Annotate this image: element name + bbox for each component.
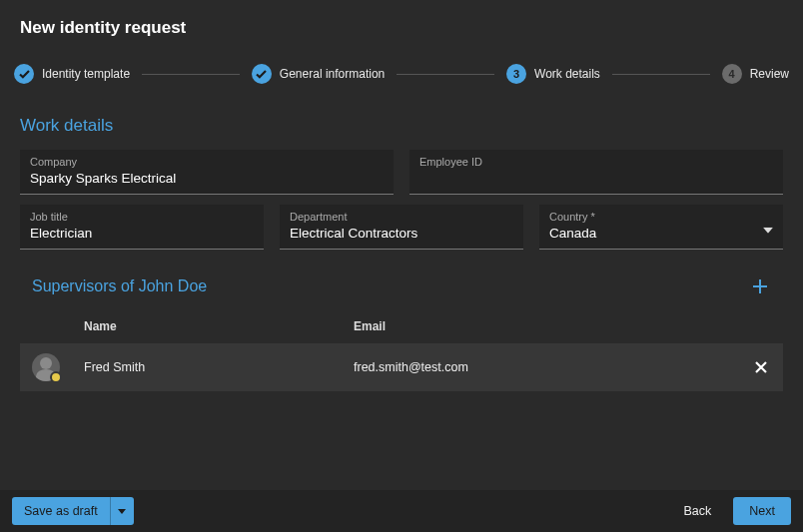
back-button[interactable]: Back <box>670 497 726 525</box>
step-number-icon: 4 <box>722 64 742 84</box>
step-identity-template[interactable]: Identity template <box>6 64 138 84</box>
avatar-badge-icon <box>50 371 62 383</box>
save-as-draft-button[interactable]: Save as draft <box>12 497 110 525</box>
company-field[interactable]: Company Sparky Sparks Electrical <box>20 150 394 195</box>
supervisors-table-header: Name Email <box>20 309 783 343</box>
table-row[interactable]: Fred Smith fred.smith@test.com <box>20 343 783 391</box>
supervisor-name: Fred Smith <box>84 360 354 374</box>
supervisors-title: Supervisors of John Doe <box>32 277 207 295</box>
employee-id-input[interactable] <box>419 170 773 188</box>
step-label: Work details <box>534 67 600 81</box>
company-input[interactable]: Sparky Sparks Electrical <box>30 170 384 188</box>
step-connector <box>612 74 710 75</box>
delete-supervisor-button[interactable] <box>751 357 771 377</box>
save-as-draft-dropdown[interactable] <box>110 497 134 525</box>
field-label: Job title <box>30 211 254 223</box>
step-work-details[interactable]: 3 Work details <box>498 64 608 84</box>
supervisors-panel: Supervisors of John Doe Name Email Fred … <box>20 260 783 391</box>
next-button[interactable]: Next <box>733 497 791 525</box>
step-label: General information <box>280 67 385 81</box>
footer: Save as draft Back Next <box>0 490 803 532</box>
page-title: New identity request <box>0 0 803 38</box>
step-number-icon: 3 <box>506 64 526 84</box>
plus-icon <box>753 279 767 293</box>
chevron-down-icon <box>763 220 773 238</box>
add-supervisor-button[interactable] <box>749 275 771 297</box>
step-connector <box>142 74 240 75</box>
column-email: Email <box>354 319 731 333</box>
stepper: Identity template General information 3 … <box>0 38 803 102</box>
section-title: Work details <box>0 102 803 150</box>
step-label: Identity template <box>42 67 130 81</box>
department-field[interactable]: Department Electrical Contractors <box>280 205 523 250</box>
field-label: Department <box>290 211 513 223</box>
employee-id-field[interactable]: Employee ID <box>409 150 783 195</box>
column-name: Name <box>84 319 354 333</box>
check-icon <box>252 64 272 84</box>
step-connector <box>397 74 494 75</box>
chevron-down-icon <box>118 509 126 514</box>
svg-rect-1 <box>753 285 767 287</box>
country-select[interactable]: Canada <box>549 225 773 243</box>
supervisor-email: fred.smith@test.com <box>354 360 731 374</box>
step-label: Review <box>750 67 789 81</box>
job-title-input[interactable]: Electrician <box>30 225 254 243</box>
check-icon <box>14 64 34 84</box>
work-details-form: Company Sparky Sparks Electrical Employe… <box>0 150 803 250</box>
step-general-information[interactable]: General information <box>244 64 393 84</box>
department-input[interactable]: Electrical Contractors <box>290 225 513 243</box>
job-title-field[interactable]: Job title Electrician <box>20 205 264 250</box>
country-field[interactable]: Country * Canada <box>539 205 783 250</box>
field-label: Employee ID <box>419 156 773 168</box>
field-label: Company <box>30 156 384 168</box>
step-review[interactable]: 4 Review <box>714 64 797 84</box>
close-icon <box>755 361 767 373</box>
field-label: Country * <box>549 211 773 223</box>
